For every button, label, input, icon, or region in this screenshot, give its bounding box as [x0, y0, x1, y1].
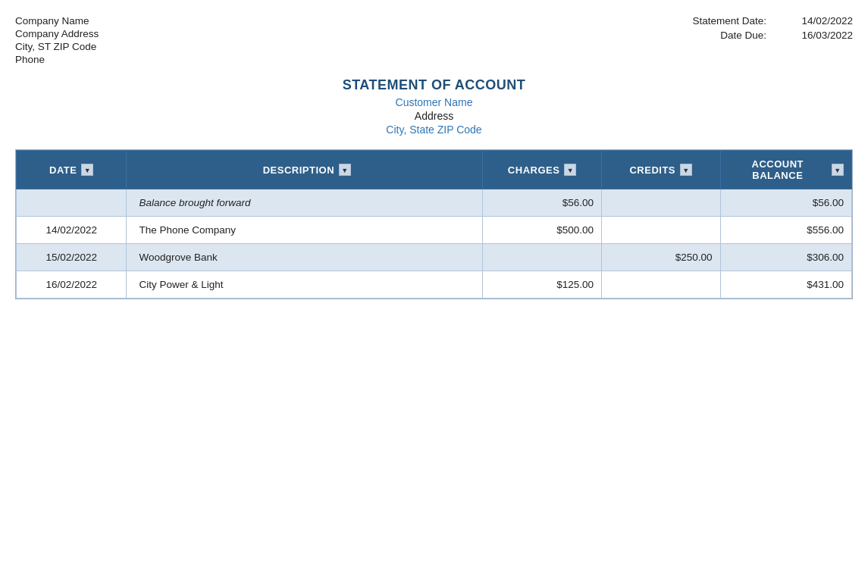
statement-date-row: Statement Date: 14/02/2022: [683, 15, 853, 27]
cell-date: 14/02/2022: [17, 217, 127, 244]
company-address: Company Address: [15, 28, 99, 39]
cell-credits: [601, 271, 720, 299]
cell-balance: $306.00: [720, 244, 851, 271]
description-dropdown-icon[interactable]: ▼: [339, 164, 351, 176]
header-section: Company Name Company Address City, ST ZI…: [15, 15, 853, 65]
cell-date: 15/02/2022: [17, 244, 127, 271]
cell-balance: $556.00: [720, 217, 851, 244]
table-row: 16/02/2022City Power & Light$125.00$431.…: [17, 271, 852, 299]
table-header-row: DATE ▼ DESCRIPTION ▼ CHARGES ▼: [17, 151, 852, 189]
statement-date-value: 14/02/2022: [785, 15, 853, 27]
customer-name: Customer Name: [15, 96, 853, 108]
cell-charges: [483, 244, 602, 271]
date-due-label: Date Due:: [683, 30, 766, 41]
cell-description: The Phone Company: [127, 217, 483, 244]
statement-info: Statement Date: 14/02/2022 Date Due: 16/…: [683, 15, 853, 65]
statement-date-label: Statement Date:: [683, 15, 766, 27]
main-title: STATEMENT OF ACCOUNT: [15, 77, 853, 93]
customer-address: Address: [15, 110, 853, 122]
statement-table: DATE ▼ DESCRIPTION ▼ CHARGES ▼: [16, 150, 852, 299]
table-row: 14/02/2022The Phone Company$500.00$556.0…: [17, 217, 852, 244]
customer-city-state-zip: City, State ZIP Code: [15, 124, 853, 136]
col-header-account-balance[interactable]: ACCOUNT BALANCE ▼: [720, 151, 851, 189]
company-city-state-zip: City, ST ZIP Code: [15, 41, 99, 52]
cell-date: [17, 189, 127, 217]
cell-description: Balance brought forward: [127, 189, 483, 217]
cell-description: Woodgrove Bank: [127, 244, 483, 271]
credits-dropdown-icon[interactable]: ▼: [680, 164, 692, 176]
cell-description: City Power & Light: [127, 271, 483, 299]
table-body: Balance brought forward$56.00$56.0014/02…: [17, 189, 852, 299]
cell-balance: $56.00: [720, 189, 851, 217]
col-header-description[interactable]: DESCRIPTION ▼: [127, 151, 483, 189]
cell-credits: $250.00: [601, 244, 720, 271]
statement-table-container: DATE ▼ DESCRIPTION ▼ CHARGES ▼: [15, 149, 853, 299]
cell-balance: $431.00: [720, 271, 851, 299]
cell-date: 16/02/2022: [17, 271, 127, 299]
col-header-credits[interactable]: CREDITS ▼: [601, 151, 720, 189]
cell-credits: [601, 189, 720, 217]
col-header-date[interactable]: DATE ▼: [17, 151, 127, 189]
cell-credits: [601, 217, 720, 244]
cell-charges: $125.00: [483, 271, 602, 299]
table-row: 15/02/2022Woodgrove Bank$250.00$306.00: [17, 244, 852, 271]
date-due-value: 16/03/2022: [785, 30, 853, 41]
date-dropdown-icon[interactable]: ▼: [81, 164, 93, 176]
table-row: Balance brought forward$56.00$56.00: [17, 189, 852, 217]
company-phone: Phone: [15, 54, 99, 65]
title-section: STATEMENT OF ACCOUNT Customer Name Addre…: [15, 77, 853, 136]
company-info: Company Name Company Address City, ST ZI…: [15, 15, 99, 65]
cell-charges: $500.00: [483, 217, 602, 244]
balance-dropdown-icon[interactable]: ▼: [832, 164, 844, 176]
company-name: Company Name: [15, 15, 99, 27]
cell-charges: $56.00: [483, 189, 602, 217]
charges-dropdown-icon[interactable]: ▼: [564, 164, 576, 176]
date-due-row: Date Due: 16/03/2022: [683, 30, 853, 41]
col-header-charges[interactable]: CHARGES ▼: [483, 151, 602, 189]
